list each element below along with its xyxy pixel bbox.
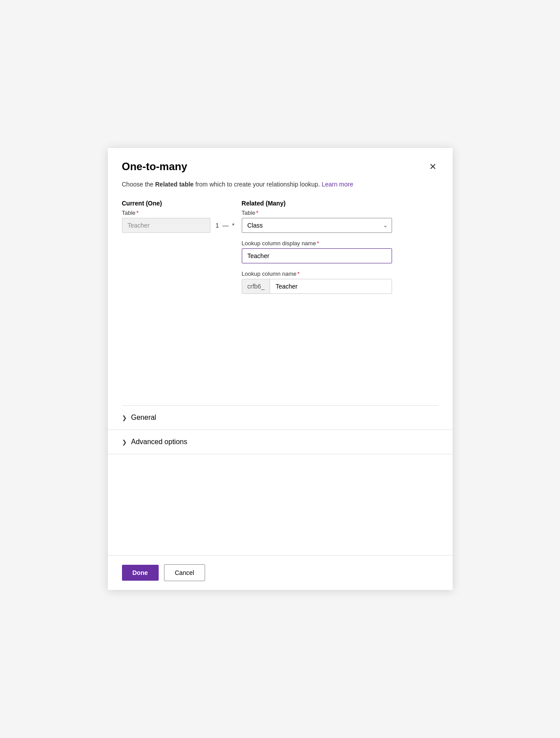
lookup-column-name-input[interactable] (270, 279, 391, 293)
current-table-input: Teacher (122, 218, 210, 233)
current-section: Current (One) Table* Teacher 1 — * (122, 200, 235, 233)
related-table-select-wrapper: Class ⌄ (242, 218, 392, 233)
lookup-column-name-wrapper: crfb6_ (242, 279, 392, 294)
advanced-chevron-icon: ❯ (122, 439, 127, 445)
main-columns-row: Current (One) Table* Teacher 1 — * (122, 200, 438, 301)
dialog-title: One-to-many (122, 160, 187, 173)
general-chevron-icon: ❯ (122, 415, 127, 421)
related-heading: Related (Many) (242, 200, 438, 207)
close-button[interactable]: ✕ (427, 160, 438, 173)
dialog-header: One-to-many ✕ (108, 148, 453, 180)
dialog-footer: Done Cancel (108, 555, 453, 590)
advanced-section-header[interactable]: ❯ Advanced options (122, 438, 438, 446)
current-table-required: * (137, 209, 139, 216)
description-bold: Related table (155, 181, 194, 188)
related-table-label: Table* (242, 209, 438, 216)
done-button[interactable]: Done (122, 565, 159, 581)
current-table-label: Table* (122, 209, 235, 216)
lookup-display-name-input[interactable] (242, 248, 392, 263)
lookup-display-name-group: Lookup column display name* (242, 240, 438, 263)
related-table-required: * (256, 209, 259, 216)
description-suffix: from which to create your relationship l… (194, 181, 321, 188)
current-heading: Current (One) (122, 200, 235, 207)
learn-more-link[interactable]: Learn more (322, 181, 354, 188)
description-prefix: Choose the (122, 181, 156, 188)
advanced-section: ❯ Advanced options (108, 430, 453, 454)
related-table-group: Table* Class ⌄ (242, 209, 438, 233)
lookup-prefix: crfb6_ (242, 279, 270, 293)
general-section-label: General (131, 414, 156, 422)
lookup-column-name-group: Lookup column name* crfb6_ (242, 270, 438, 294)
general-section: ❯ General (108, 406, 453, 430)
lookup-display-required: * (317, 240, 319, 247)
lookup-display-label: Lookup column display name* (242, 240, 438, 247)
one-to-many-dialog: One-to-many ✕ Choose the Related table f… (108, 148, 453, 590)
advanced-section-label: Advanced options (131, 438, 187, 446)
related-table-select[interactable]: Class (242, 218, 392, 233)
dialog-description: Choose the Related table from which to c… (108, 180, 453, 200)
related-section: Related (Many) Table* Class ⌄ (242, 200, 438, 301)
dialog-content: Current (One) Table* Teacher 1 — * (108, 200, 453, 405)
lookup-column-label: Lookup column name* (242, 270, 438, 277)
general-section-header[interactable]: ❯ General (122, 414, 438, 422)
lookup-column-required: * (297, 270, 300, 277)
spacer (108, 454, 453, 555)
connector-display: 1 — * (216, 222, 235, 229)
cancel-button[interactable]: Cancel (164, 564, 206, 581)
